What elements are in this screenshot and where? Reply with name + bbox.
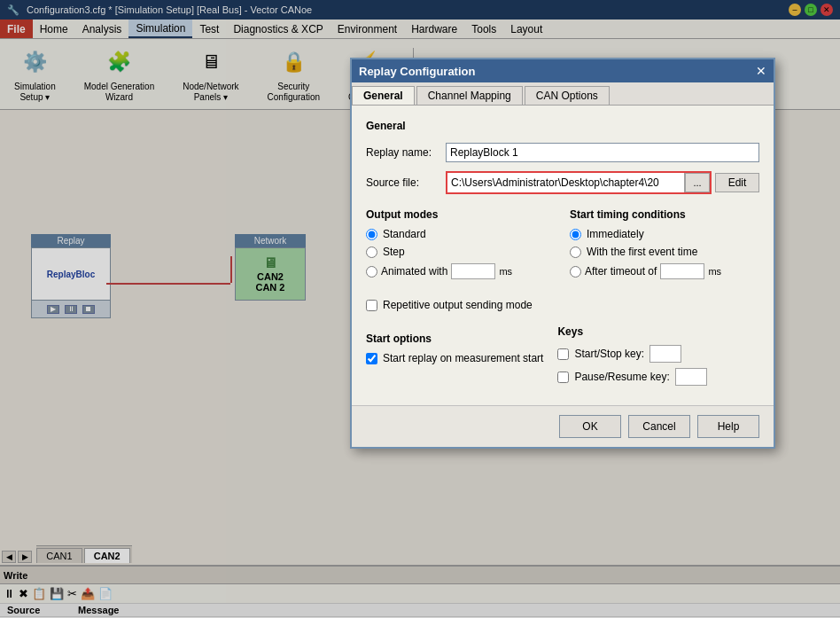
source-file-input[interactable] — [447, 173, 685, 192]
radio-immediately-row: Immediately — [570, 228, 759, 240]
radio-animated[interactable] — [366, 266, 377, 278]
cancel-button[interactable]: Cancel — [628, 415, 690, 438]
animated-ms-label: ms — [499, 266, 512, 277]
two-column-section: Output modes Standard Step Animated with… — [366, 208, 759, 285]
pause-resume-key-input[interactable] — [675, 368, 707, 386]
replay-name-input[interactable] — [446, 143, 759, 162]
timeout-value-input[interactable] — [660, 263, 704, 279]
modal-footer: OK Cancel Help — [352, 405, 774, 447]
start-stop-checkbox[interactable] — [557, 348, 569, 360]
radio-animated-label: Animated with — [381, 265, 447, 278]
radio-timeout[interactable] — [570, 266, 581, 278]
modal-tab-bar: General Channel Mapping CAN Options — [352, 82, 774, 106]
source-file-label: Source file: — [366, 176, 446, 189]
start-replay-checkbox[interactable] — [366, 353, 377, 364]
help-button[interactable]: Help — [697, 415, 759, 438]
radio-standard[interactable] — [366, 229, 377, 240]
replay-config-modal: Replay Configuration ✕ General Channel M… — [350, 58, 775, 449]
edit-button[interactable]: Edit — [715, 173, 759, 192]
modal-tab-general[interactable]: General — [352, 86, 415, 105]
general-section-label: General — [366, 120, 759, 132]
start-replay-row: Start replay on measurement start — [366, 352, 543, 364]
ok-button[interactable]: OK — [559, 415, 621, 438]
radio-animated-row: Animated with ms — [366, 263, 556, 279]
start-stop-label: Start/Stop key: — [574, 348, 644, 360]
radio-first-event[interactable] — [570, 246, 581, 258]
start-timing-title: Start timing conditions — [570, 208, 759, 221]
pause-resume-key-row: Pause/Resume key: — [557, 368, 706, 386]
repetitive-label: Repetitive output sending mode — [383, 299, 533, 311]
start-options-section: Start options Start replay on measuremen… — [366, 332, 543, 391]
pause-resume-label: Pause/Resume key: — [574, 371, 669, 383]
modal-title-bar: Replay Configuration ✕ — [352, 59, 774, 82]
source-file-row: Source file: ... Edit — [366, 171, 759, 194]
source-file-wrapper: ... — [446, 171, 712, 194]
start-stop-key-row: Start/Stop key: — [557, 345, 706, 363]
output-modes-col: Output modes Standard Step Animated with… — [366, 208, 556, 285]
keys-section: Keys Start/Stop key: Pause/Resume key: — [557, 325, 706, 391]
radio-timeout-row: After timeout of ms — [570, 263, 759, 279]
start-replay-label: Start replay on measurement start — [383, 352, 543, 364]
keys-title: Keys — [557, 325, 706, 338]
animated-value-input[interactable] — [451, 263, 495, 279]
start-stop-key-input[interactable] — [649, 345, 681, 363]
modal-tab-channel-mapping[interactable]: Channel Mapping — [416, 86, 523, 105]
radio-timeout-label: After timeout of — [585, 265, 657, 278]
radio-step-label: Step — [383, 246, 405, 258]
modal-body: General Replay name: Source file: ... Ed… — [352, 106, 774, 405]
modal-tab-can-options[interactable]: CAN Options — [525, 86, 610, 105]
start-keys-section: Start options Start replay on measuremen… — [366, 325, 759, 391]
modal-overlay: Replay Configuration ✕ General Channel M… — [0, 0, 840, 618]
pause-resume-checkbox[interactable] — [557, 372, 569, 383]
radio-first-event-label: With the first event time — [587, 246, 697, 258]
radio-first-event-row: With the first event time — [570, 246, 759, 258]
radio-immediately-label: Immediately — [587, 228, 644, 240]
radio-standard-label: Standard — [383, 228, 426, 240]
output-modes-title: Output modes — [366, 208, 556, 221]
radio-step-row: Step — [366, 246, 556, 258]
replay-name-row: Replay name: — [366, 143, 759, 162]
timeout-ms-label: ms — [708, 266, 721, 277]
replay-name-label: Replay name: — [366, 146, 446, 159]
start-options-title: Start options — [366, 332, 543, 345]
start-timing-col: Start timing conditions Immediately With… — [570, 208, 759, 285]
radio-immediately[interactable] — [570, 229, 581, 240]
browse-button[interactable]: ... — [685, 173, 710, 192]
radio-standard-row: Standard — [366, 228, 556, 240]
radio-step[interactable] — [366, 246, 377, 258]
modal-title: Replay Configuration — [359, 65, 475, 78]
modal-close-button[interactable]: ✕ — [756, 64, 766, 78]
repetitive-checkbox[interactable] — [366, 300, 377, 311]
repetitive-row: Repetitive output sending mode — [366, 299, 759, 311]
